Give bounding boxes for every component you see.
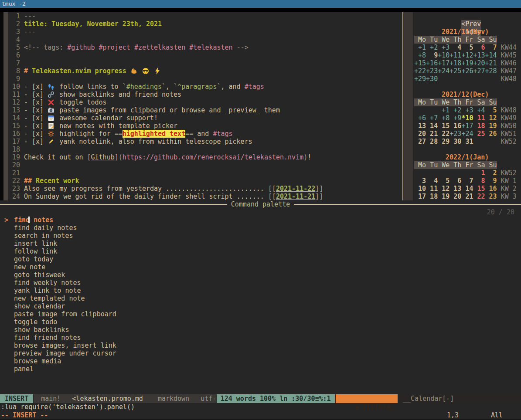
calendar-day[interactable]: 14 <box>461 185 473 193</box>
calendar-scrollbar[interactable] <box>403 12 413 200</box>
palette-item[interactable]: preview image under cursor <box>0 349 521 357</box>
calendar-day[interactable]: +19 <box>461 59 473 67</box>
editor-line[interactable]: 4 <box>8 36 402 44</box>
calendar-day[interactable]: 10 <box>414 185 426 193</box>
calendar-day[interactable]: 19 <box>485 122 497 130</box>
calendar-day[interactable]: 18 <box>426 193 438 200</box>
calendar-day[interactable]: 4 <box>449 44 461 51</box>
calendar-day[interactable]: 23 <box>485 193 497 200</box>
editor-line[interactable]: 21 <box>8 169 402 177</box>
calendar-day[interactable]: +2 <box>426 44 438 51</box>
palette-item[interactable]: goto today <box>0 255 521 263</box>
calendar-day[interactable]: 13 <box>414 122 426 130</box>
palette-item[interactable]: show calendar <box>0 302 521 310</box>
calendar-day[interactable]: 3 <box>414 177 426 185</box>
palette-item[interactable]: yank link to note <box>0 287 521 295</box>
calendar-day[interactable]: 30 <box>449 138 461 146</box>
calendar-day[interactable]: +21 <box>485 59 497 67</box>
calendar-day[interactable]: 12 <box>485 114 497 122</box>
calendar-day[interactable]: +3 <box>461 106 473 114</box>
editor-line[interactable]: 12- [x] toggle todos <box>8 98 402 106</box>
calendar-day[interactable]: +30 <box>426 75 438 83</box>
calendar-day[interactable]: 22 <box>438 130 449 138</box>
palette-item[interactable]: search in notes <box>0 232 521 240</box>
palette-item[interactable]: show backlinks <box>0 326 521 334</box>
calendar-day[interactable]: +25 <box>449 67 461 75</box>
calendar-day[interactable]: 6 <box>449 177 461 185</box>
editor-line[interactable]: 6 <box>8 51 402 59</box>
palette-item[interactable]: paste image from clipboard <box>0 310 521 318</box>
calendar-day[interactable]: +9 <box>449 114 461 122</box>
calendar-day[interactable]: +3 <box>438 44 449 51</box>
calendar-day[interactable]: 16 <box>485 185 497 193</box>
palette-prompt[interactable]: > 20 / 20 <box>0 208 521 216</box>
palette-item[interactable]: browse media <box>0 357 521 365</box>
calendar-day[interactable]: 9 <box>426 51 438 59</box>
editor-line[interactable]: 23Also see my progress from yesterday ..… <box>8 185 402 193</box>
calendar-prev-button[interactable]: <Prev <box>461 20 481 28</box>
calendar-day[interactable]: +29 <box>414 75 426 83</box>
palette-item[interactable]: insert link <box>0 240 521 247</box>
calendar-day[interactable]: +8 <box>414 51 426 59</box>
calendar-day[interactable]: +28 <box>485 67 497 75</box>
calendar-day[interactable]: 5 <box>438 177 449 185</box>
editor-line[interactable]: 14- [x] 17awesome calendar support! <box>8 114 402 122</box>
calendar-day[interactable]: +27 <box>473 67 485 75</box>
calendar-day[interactable]: +24 <box>438 67 449 75</box>
editor-line[interactable]: 11- [x] show backlinks and friend notes <box>8 91 402 98</box>
calendar-day[interactable]: +26 <box>461 67 473 75</box>
calendar-day[interactable]: 8 <box>473 177 485 185</box>
calendar-day[interactable]: 15 <box>438 122 449 130</box>
editor-line[interactable]: 8# Telekasten.nvim progress <box>8 67 402 75</box>
calendar-day[interactable]: 21 <box>426 130 438 138</box>
palette-item[interactable]: new note <box>0 263 521 271</box>
calendar-day[interactable]: 27 <box>414 138 426 146</box>
calendar-day[interactable]: 25 <box>473 130 485 138</box>
calendar-day[interactable]: 5 <box>461 44 473 51</box>
calendar-day[interactable]: 6 <box>473 44 485 51</box>
palette-item[interactable]: find friend notes <box>0 334 521 342</box>
editor-line[interactable]: 3--- <box>8 28 402 36</box>
editor-line[interactable]: 18 <box>8 146 402 153</box>
calendar-day[interactable]: 16 <box>449 122 461 130</box>
calendar-day[interactable]: +1 <box>414 44 426 51</box>
command-line[interactable]: :lua require('telekasten').panel() <box>0 403 521 411</box>
editor-line[interactable]: 20 <box>8 161 402 169</box>
calendar-day[interactable]: 20 <box>449 193 461 200</box>
calendar-day[interactable]: 5 <box>485 106 497 114</box>
editor-line[interactable]: 2title: Tuesday, November 23th, 2021 <box>8 20 402 28</box>
calendar-day[interactable]: 26 <box>485 130 497 138</box>
calendar-day[interactable]: +2 <box>449 106 461 114</box>
calendar-day[interactable]: 12 <box>438 185 449 193</box>
calendar-day[interactable]: +16 <box>426 59 438 67</box>
calendar-day[interactable]: 13 <box>449 185 461 193</box>
calendar-day[interactable]: 28 <box>426 138 438 146</box>
editor-line[interactable]: 10- [x] follow links to `#headings`, `^p… <box>8 83 402 91</box>
calendar-day[interactable]: 11 <box>426 185 438 193</box>
calendar-day[interactable]: 21 <box>461 193 473 200</box>
editor-line[interactable]: 13- [x] paste images from clipboard or b… <box>8 106 402 114</box>
calendar-day[interactable]: 14 <box>426 122 438 130</box>
calendar-day[interactable]: 4 <box>426 177 438 185</box>
calendar-day[interactable]: +17 <box>438 59 449 67</box>
editor-line[interactable]: 17- [x] yank notelink, also from within … <box>8 138 402 146</box>
editor-line[interactable]: 15- [x] new notes with template picker <box>8 122 402 130</box>
calendar-day[interactable]: 1 <box>473 169 485 177</box>
calendar-day[interactable]: 20 <box>414 130 426 138</box>
calendar-day[interactable]: +23 <box>449 130 461 138</box>
calendar-day[interactable]: 19 <box>438 193 449 200</box>
editor-line[interactable]: 22## Recent work <box>8 177 402 185</box>
palette-item[interactable]: panel <box>0 365 521 373</box>
calendar-day[interactable]: 11 <box>473 114 485 122</box>
calendar-day[interactable]: 15 <box>473 185 485 193</box>
calendar-day[interactable]: 9 <box>485 177 497 185</box>
calendar-day[interactable]: +13 <box>473 51 485 59</box>
editor-line[interactable]: 1--- <box>8 12 402 20</box>
calendar-day[interactable]: +8 <box>438 114 449 122</box>
calendar-day[interactable]: +7 <box>426 114 438 122</box>
palette-item[interactable]: find weekly notes <box>0 279 521 287</box>
calendar-day[interactable]: +20 <box>473 59 485 67</box>
calendar-day[interactable]: +17 <box>461 122 473 130</box>
editor-line[interactable]: 24On Sunday we got rid of the daily find… <box>8 193 402 200</box>
editor-line[interactable]: 16- [x] highlight for ==highlighted text… <box>8 130 402 138</box>
